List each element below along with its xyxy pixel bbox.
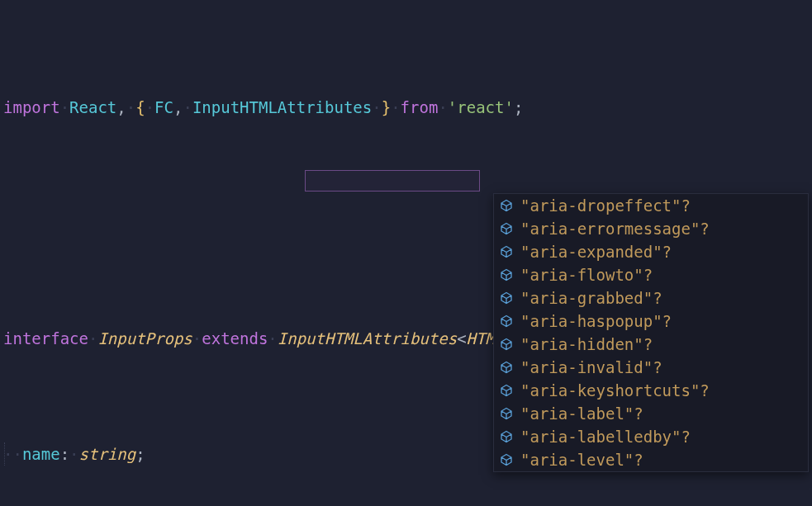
ident-react: React (69, 98, 116, 116)
autocomplete-label: "aria-expanded"? (520, 240, 672, 263)
autocomplete-item[interactable]: "aria-grabbed"? (494, 286, 808, 310)
autocomplete-item[interactable]: "aria-keyshortcuts"? (494, 379, 808, 402)
property-icon (499, 406, 514, 421)
autocomplete-label: "aria-hidden"? (520, 333, 653, 356)
autocomplete-label: "aria-grabbed"? (520, 286, 662, 310)
property-icon (499, 267, 514, 282)
property-icon (499, 221, 514, 236)
property-icon (499, 383, 514, 398)
autocomplete-item[interactable]: "aria-label"? (494, 402, 808, 425)
autocomplete-label: "aria-label"? (520, 402, 643, 425)
keyword-import: import (3, 98, 60, 116)
destructure-highlight (305, 170, 480, 192)
property-icon (499, 314, 514, 329)
autocomplete-item[interactable]: "aria-hidden"? (494, 333, 808, 356)
autocomplete-item[interactable]: "aria-flowto"? (494, 263, 808, 286)
autocomplete-label: "aria-errormessage"? (520, 217, 710, 240)
autocomplete-item[interactable]: "aria-expanded"? (494, 240, 808, 263)
autocomplete-item[interactable]: "aria-invalid"? (494, 356, 808, 379)
autocomplete-item[interactable]: "aria-level"? (494, 448, 808, 471)
autocomplete-popup[interactable]: "aria-dropeffect"? "aria-errormessage"? … (493, 193, 809, 472)
property-icon (499, 291, 514, 305)
autocomplete-label: "aria-keyshortcuts"? (520, 379, 710, 402)
autocomplete-item[interactable]: "aria-haspopup"? (494, 310, 808, 333)
property-icon (499, 360, 514, 375)
property-icon (499, 198, 514, 213)
autocomplete-label: "aria-flowto"? (520, 263, 653, 286)
autocomplete-label: "aria-haspopup"? (520, 310, 672, 333)
property-icon (499, 452, 514, 467)
code-line[interactable]: import·React,·{·FC,·InputHTMLAttributes·… (3, 96, 812, 119)
autocomplete-label: "aria-invalid"? (520, 356, 662, 379)
autocomplete-label: "aria-labelledby"? (520, 425, 691, 448)
autocomplete-label: "aria-dropeffect"? (520, 194, 691, 217)
property-icon (499, 429, 514, 444)
autocomplete-item[interactable]: "aria-labelledby"? (494, 425, 808, 448)
autocomplete-label: "aria-level"? (520, 448, 643, 471)
property-icon (499, 244, 514, 259)
autocomplete-item[interactable]: "aria-errormessage"? (494, 217, 808, 240)
property-icon (499, 337, 514, 352)
autocomplete-item[interactable]: "aria-dropeffect"? (494, 194, 808, 217)
